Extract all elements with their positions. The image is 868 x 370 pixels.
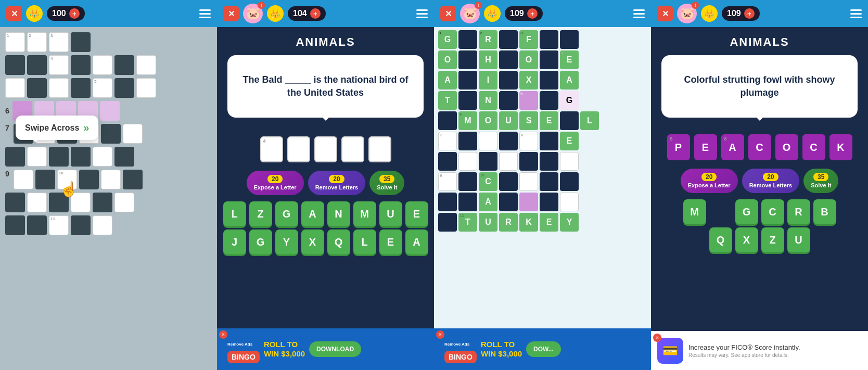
cw-8-blank1[interactable]: 9 bbox=[438, 172, 457, 191]
lb4-O[interactable]: O bbox=[775, 134, 798, 160]
menu-button-4[interactable] bbox=[850, 9, 862, 18]
cw-5-M[interactable]: 6M bbox=[458, 111, 477, 130]
letter-box-2-3[interactable] bbox=[314, 136, 337, 162]
cell-3-1[interactable] bbox=[5, 78, 25, 98]
cell-9-5[interactable] bbox=[101, 170, 121, 189]
cell-8-2[interactable] bbox=[27, 147, 47, 167]
ad-close-4[interactable]: ✕ bbox=[653, 334, 661, 342]
key-J[interactable]: J bbox=[223, 229, 246, 254]
cell-11-3[interactable]: 11 bbox=[49, 215, 69, 235]
cell-1-3[interactable]: 3 bbox=[49, 32, 69, 52]
cw-5-U[interactable]: U bbox=[499, 111, 518, 130]
cw-2-E[interactable]: 4E bbox=[560, 50, 579, 69]
cell-10-2[interactable] bbox=[27, 193, 47, 212]
cw-10-T[interactable]: 11T bbox=[458, 213, 477, 232]
cw-9-blank[interactable] bbox=[560, 193, 579, 211]
score-plus-3[interactable]: + bbox=[527, 8, 538, 19]
ad-close-2[interactable]: ✕ bbox=[219, 330, 227, 339]
key-G2[interactable]: G bbox=[249, 229, 272, 254]
key-L[interactable]: L bbox=[223, 201, 246, 226]
cw-3-I[interactable]: I bbox=[479, 71, 497, 90]
cw-8-C[interactable]: 10C bbox=[479, 172, 497, 191]
cw-6-blank2[interactable] bbox=[479, 132, 497, 150]
key-M[interactable]: M bbox=[353, 201, 376, 226]
cw-5-L[interactable]: L bbox=[580, 111, 599, 130]
lb4-C[interactable]: C bbox=[748, 134, 771, 160]
cell-2-3[interactable]: 4 bbox=[49, 55, 69, 75]
key4-Z[interactable]: Z bbox=[761, 227, 784, 252]
cw-1-F[interactable]: 3F bbox=[519, 30, 538, 49]
cell-8-5[interactable] bbox=[93, 147, 112, 167]
cw-8-blank2[interactable] bbox=[519, 172, 538, 191]
cw-9-pink[interactable] bbox=[519, 193, 538, 211]
menu-button[interactable] bbox=[199, 9, 211, 18]
cw-10-U[interactable]: U bbox=[479, 213, 497, 232]
letter-box-2-4[interactable] bbox=[341, 136, 364, 162]
cw-3-A[interactable]: A bbox=[438, 71, 457, 90]
letter-box-2-2[interactable] bbox=[287, 136, 310, 162]
key-Y[interactable]: Y bbox=[275, 229, 298, 254]
cw-4-N[interactable]: N bbox=[479, 91, 497, 110]
cw-2-O2[interactable]: O bbox=[519, 50, 538, 69]
key4-Q[interactable]: Q bbox=[709, 227, 732, 252]
ad-close-3[interactable]: ✕ bbox=[436, 330, 444, 339]
cw-10-K[interactable]: K bbox=[519, 213, 538, 232]
solve-it-button-4[interactable]: 35 Solve It bbox=[803, 169, 838, 193]
cw-1-R[interactable]: 2R bbox=[479, 30, 497, 49]
cw-3-X[interactable]: X bbox=[519, 71, 538, 90]
cell-2-7[interactable] bbox=[136, 55, 156, 75]
cw-2-O[interactable]: O bbox=[438, 50, 457, 69]
cell-7-6[interactable] bbox=[123, 124, 143, 144]
cw-3-A2[interactable]: A bbox=[560, 71, 579, 90]
key-E2[interactable]: E bbox=[379, 229, 402, 254]
menu-button-3[interactable] bbox=[633, 9, 645, 18]
cell-3-7[interactable] bbox=[136, 78, 156, 98]
cell-3-5[interactable]: 5 bbox=[93, 78, 112, 98]
cw-5-S[interactable]: S bbox=[519, 111, 538, 130]
cell-6-5[interactable] bbox=[100, 101, 120, 121]
key-E[interactable]: E bbox=[405, 201, 428, 226]
menu-button-2[interactable] bbox=[416, 9, 428, 18]
key4-R[interactable]: R bbox=[787, 199, 810, 224]
download-button-3[interactable]: DOW... bbox=[526, 341, 561, 357]
key-N[interactable]: N bbox=[327, 201, 350, 226]
cw-10-R[interactable]: R bbox=[499, 213, 518, 232]
cell-9-1[interactable] bbox=[14, 170, 33, 189]
key-Z[interactable]: Z bbox=[249, 201, 272, 226]
close-button-4[interactable]: ✕ bbox=[657, 6, 673, 21]
cell-2-5[interactable] bbox=[93, 55, 112, 75]
letter-box-2-1[interactable]: 4 bbox=[260, 136, 283, 162]
cw-9-A[interactable]: A bbox=[479, 193, 497, 211]
key4-M[interactable]: M bbox=[683, 199, 706, 224]
cw-6-blank3[interactable]: 8 bbox=[519, 132, 538, 150]
lb4-K[interactable]: K bbox=[829, 134, 852, 160]
key-Q[interactable]: Q bbox=[327, 229, 350, 254]
key4-G[interactable]: G bbox=[735, 199, 758, 224]
expose-letter-button-4[interactable]: 20 Expose a Letter bbox=[681, 169, 738, 193]
cw-4-G[interactable]: G bbox=[560, 91, 579, 110]
cw-4-T[interactable]: T bbox=[438, 91, 457, 110]
cw-10-E[interactable]: E bbox=[540, 213, 558, 232]
cw-5-E[interactable]: E bbox=[540, 111, 558, 130]
key-X[interactable]: X bbox=[301, 229, 324, 254]
cw-4-pink5[interactable]: 5 bbox=[519, 91, 538, 110]
lb4-A[interactable]: 8A bbox=[721, 134, 744, 160]
cell-3-3[interactable] bbox=[49, 78, 69, 98]
key-A2[interactable]: A bbox=[405, 229, 428, 254]
key4-B[interactable]: B bbox=[813, 199, 836, 224]
close-button[interactable]: ✕ bbox=[6, 6, 22, 21]
cell-1-1[interactable]: 1 bbox=[5, 32, 25, 52]
cw-7-blank3[interactable] bbox=[560, 152, 579, 171]
score-plus-button[interactable]: + bbox=[69, 8, 80, 19]
cw-6-blank1[interactable]: 7 bbox=[438, 132, 457, 150]
cw-2-H[interactable]: H bbox=[479, 50, 497, 69]
key-A[interactable]: A bbox=[301, 201, 324, 226]
key4-X[interactable]: X bbox=[735, 227, 758, 252]
cw-6-E[interactable]: E bbox=[560, 132, 579, 150]
key-L2[interactable]: L bbox=[353, 229, 376, 254]
cell-10-6[interactable] bbox=[114, 193, 134, 212]
cw-7-blank2[interactable] bbox=[499, 152, 518, 171]
lb4-C2[interactable]: C bbox=[802, 134, 825, 160]
key-G[interactable]: G bbox=[275, 201, 298, 226]
cell-1-2[interactable]: 2 bbox=[27, 32, 47, 52]
